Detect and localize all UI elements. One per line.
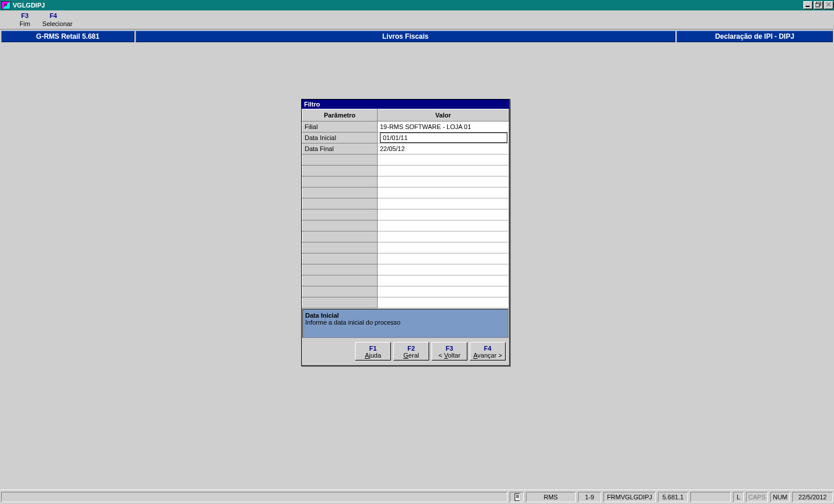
value-cell[interactable] — [378, 242, 509, 253]
table-row — [302, 209, 509, 220]
geral-button[interactable]: F2 Geral — [393, 342, 429, 360]
status-date: 22/5/2012 — [792, 492, 833, 502]
f4-rest: vançar > — [477, 352, 502, 359]
status-sys: RMS — [526, 492, 576, 502]
status-spare — [690, 492, 731, 502]
status-doc-icon[interactable] — [510, 492, 524, 502]
table-row — [302, 198, 509, 209]
table-row: Filial19-RMS SOFTWARE - LOJA 01 — [302, 122, 509, 133]
param-cell — [302, 220, 378, 231]
table-row — [302, 154, 509, 165]
table-row — [302, 297, 509, 308]
param-cell — [302, 165, 378, 176]
menu-f4-key: F4 — [40, 12, 67, 19]
col-valor: Valor — [378, 109, 509, 122]
value-cell[interactable] — [378, 275, 509, 286]
value-cell[interactable]: 19-RMS SOFTWARE - LOJA 01 — [378, 122, 509, 133]
status-num: NUM — [770, 492, 790, 502]
value-cell[interactable] — [378, 209, 509, 220]
param-cell — [302, 253, 378, 264]
status-l: L — [733, 492, 744, 502]
param-cell — [302, 286, 378, 297]
header-screen: Declaração de IPI - DIPJ — [676, 31, 833, 42]
col-parametro: Parâmetro — [302, 109, 378, 122]
close-button[interactable] — [824, 1, 833, 9]
client-area: Filtro Parâmetro Valor Filial19-RMS SOFT… — [0, 42, 834, 462]
section-header: G-RMS Retail 5.681 Livros Fiscais Declar… — [0, 31, 834, 42]
title-bar: R VGLGDIPJ — [0, 0, 834, 10]
filtro-panel: Filtro Parâmetro Valor Filial19-RMS SOFT… — [301, 99, 510, 366]
hint-text: Informe a data inicial do processo — [305, 319, 506, 326]
param-cell — [302, 209, 378, 220]
param-cell — [302, 275, 378, 286]
status-message — [1, 492, 507, 502]
table-row — [302, 231, 509, 242]
value-cell[interactable] — [378, 253, 509, 264]
value-cell[interactable] — [378, 264, 509, 275]
table-row — [302, 187, 509, 198]
svg-rect-2 — [815, 3, 820, 7]
status-caps: CAPS — [746, 492, 768, 502]
f2-rest: eral — [408, 352, 419, 359]
svg-rect-0 — [806, 6, 810, 7]
table-row — [302, 165, 509, 176]
hint-box: Data Inicial Informe a data inicial do p… — [302, 309, 509, 338]
param-cell — [302, 297, 378, 308]
param-cell — [302, 176, 378, 187]
value-cell[interactable] — [378, 297, 509, 308]
hint-title: Data Inicial — [305, 312, 506, 319]
f3-rest: oltar — [448, 352, 460, 359]
status-version: 5.681.1 — [658, 492, 688, 502]
param-cell — [302, 231, 378, 242]
app-icon: R — [1, 1, 10, 9]
menu-item-fim[interactable]: Fim — [12, 20, 38, 27]
value-cell[interactable] — [378, 286, 509, 297]
param-cell — [302, 264, 378, 275]
param-cell — [302, 242, 378, 253]
menu-item-selecionar[interactable]: Selecionar — [40, 20, 75, 27]
param-cell — [302, 187, 378, 198]
value-cell[interactable] — [378, 198, 509, 209]
table-row — [302, 253, 509, 264]
status-bar: RMS 1-9 FRMVGLGDIPJ 5.681.1 L CAPS NUM 2… — [0, 490, 834, 504]
value-cell[interactable] — [378, 220, 509, 231]
value-cell[interactable] — [378, 187, 509, 198]
svg-rect-5 — [515, 494, 520, 501]
menu-f3-key: F3 — [12, 12, 38, 19]
param-cell: Filial — [302, 122, 378, 133]
value-input[interactable] — [380, 133, 507, 143]
param-cell — [302, 198, 378, 209]
header-module: Livros Fiscais — [136, 31, 675, 42]
panel-title: Filtro — [302, 100, 509, 109]
f1-rest: juda — [369, 352, 381, 359]
table-row — [302, 286, 509, 297]
voltar-button[interactable]: F3 < Voltar — [431, 342, 467, 360]
status-form: FRMVGLGDIPJ — [603, 492, 656, 502]
table-row — [302, 220, 509, 231]
value-cell[interactable] — [378, 154, 509, 165]
value-cell[interactable] — [378, 165, 509, 176]
table-row: Data Final22/05/12 — [302, 144, 509, 154]
param-cell — [302, 154, 378, 165]
table-row — [302, 242, 509, 253]
menu-bar: F3 F4 Fim Selecionar — [0, 10, 834, 30]
button-row: F1 Ajuda F2 Geral F3 < Voltar F4 Avançar… — [302, 339, 509, 365]
ajuda-button[interactable]: F1 Ajuda — [355, 342, 391, 360]
param-cell: Data Inicial — [302, 133, 378, 144]
param-cell: Data Final — [302, 144, 378, 154]
param-grid: Parâmetro Valor Filial19-RMS SOFTWARE - … — [302, 109, 509, 308]
value-cell[interactable]: 22/05/12 — [378, 144, 509, 154]
window-title: VGLGDIPJ — [13, 2, 45, 9]
value-cell[interactable] — [378, 231, 509, 242]
avancar-button[interactable]: F4 Avançar > — [470, 342, 506, 360]
table-row — [302, 264, 509, 275]
minimize-button[interactable] — [803, 1, 813, 9]
value-cell[interactable] — [378, 133, 509, 144]
header-product: G-RMS Retail 5.681 — [1, 31, 134, 42]
table-row: Data Inicial — [302, 133, 509, 144]
restore-button[interactable] — [814, 1, 823, 9]
status-range: 1-9 — [578, 492, 601, 502]
table-row — [302, 176, 509, 187]
value-cell[interactable] — [378, 176, 509, 187]
table-row — [302, 275, 509, 286]
